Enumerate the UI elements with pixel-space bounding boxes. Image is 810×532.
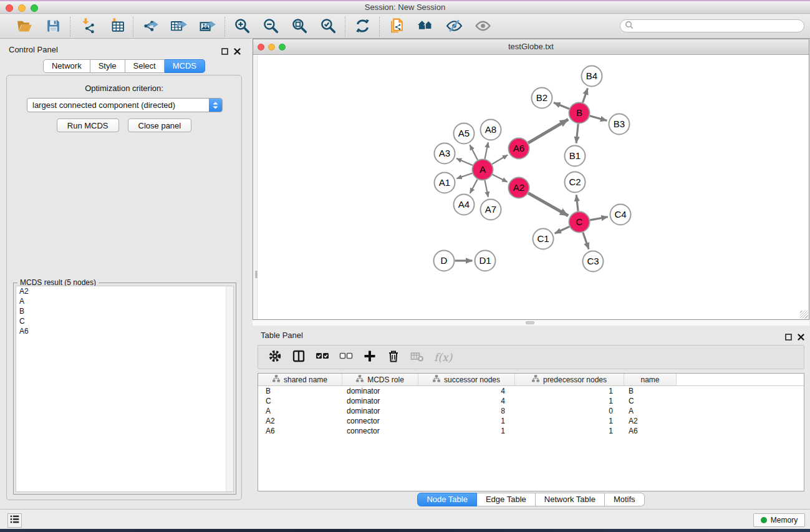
edge-A2-C[interactable] <box>528 193 568 216</box>
column-header-successor-nodes[interactable]: successor nodes <box>418 374 515 385</box>
network-canvas[interactable]: AA1A2A3A4A5A6A7A8BB1B2B3B4CC1C2C3C4DD1 <box>254 56 809 319</box>
edge-B-B1[interactable] <box>576 123 578 143</box>
save-session-button[interactable] <box>42 17 64 36</box>
graph-node-A2[interactable]: A2 <box>509 178 529 198</box>
search-input[interactable] <box>634 21 804 31</box>
divider-handle-icon[interactable] <box>526 321 534 324</box>
criterion-dropdown[interactable]: largest connected component (directed) <box>27 98 223 112</box>
export-table-button[interactable] <box>168 17 190 36</box>
zoom-fit-button[interactable] <box>289 17 310 36</box>
network-scrollbar-handle[interactable] <box>255 271 258 278</box>
result-list-item[interactable]: A2 <box>16 286 233 296</box>
column-header-shared-name[interactable]: shared name <box>258 374 342 385</box>
network-window-title-bar[interactable]: testGlobe.txt <box>253 39 809 55</box>
add-column-button[interactable] <box>363 349 377 365</box>
first-neighbors-button[interactable] <box>415 17 436 36</box>
graph-node-A7[interactable]: A7 <box>481 200 501 220</box>
search-box[interactable] <box>620 19 804 32</box>
graph-node-A[interactable]: A <box>473 160 493 180</box>
result-list-item[interactable]: C <box>16 316 233 326</box>
graph-node-A6[interactable]: A6 <box>509 138 529 159</box>
graph-node-D1[interactable]: D1 <box>475 251 496 271</box>
graph-node-C1[interactable]: C1 <box>533 229 554 249</box>
delete-column-button[interactable] <box>387 349 400 365</box>
minimize-window-button[interactable] <box>18 4 26 12</box>
result-list-item[interactable]: B <box>16 306 233 316</box>
task-history-button[interactable] <box>7 513 22 528</box>
open-session-button[interactable] <box>14 17 35 36</box>
edge-B-B4[interactable] <box>583 88 588 102</box>
tab-network-table[interactable]: Network Table <box>536 493 605 506</box>
edge-B-B3[interactable] <box>590 116 607 121</box>
table-settings-button[interactable] <box>268 349 282 365</box>
graph-node-B[interactable]: B <box>569 103 590 123</box>
tab-motifs[interactable]: Motifs <box>605 493 645 506</box>
import-table-button[interactable] <box>105 17 127 36</box>
edge-A-A8[interactable] <box>485 142 488 159</box>
float-table-panel-icon[interactable] <box>785 332 792 343</box>
close-panel-icon[interactable] <box>234 46 241 57</box>
column-header-predecessor-nodes[interactable]: predecessor nodes <box>515 374 624 385</box>
graph-node-A3[interactable]: A3 <box>435 143 455 164</box>
graph-node-D[interactable]: D <box>434 251 455 271</box>
edge-A-A2[interactable] <box>493 175 508 182</box>
tab-edge-table[interactable]: Edge Table <box>477 493 536 506</box>
table-row[interactable]: Adominator80A <box>258 406 804 416</box>
network-vertical-scrollbar[interactable] <box>254 56 258 319</box>
graph-node-A4[interactable]: A4 <box>454 195 475 215</box>
import-network-button[interactable] <box>77 17 98 36</box>
close-table-panel-icon[interactable] <box>798 332 804 343</box>
column-header-MCDS-role[interactable]: MCDS role <box>342 374 418 385</box>
network-minimize-button[interactable] <box>268 44 275 51</box>
edge-A-A1[interactable] <box>456 173 472 179</box>
result-list-item[interactable]: A6 <box>16 326 233 336</box>
edge-A-A3[interactable] <box>456 158 473 165</box>
graph-node-B3[interactable]: B3 <box>609 114 630 135</box>
refresh-layout-button[interactable] <box>352 17 373 36</box>
table-row[interactable]: A2connector11A2 <box>258 416 804 426</box>
graph-node-C3[interactable]: C3 <box>583 251 604 272</box>
list-scrollbar[interactable] <box>226 286 233 491</box>
new-network-from-selection-button[interactable] <box>386 17 407 36</box>
graph-node-A1[interactable]: A1 <box>435 173 455 193</box>
network-maximize-button[interactable] <box>279 44 286 51</box>
column-header-name[interactable]: name <box>624 374 677 385</box>
zoom-out-button[interactable] <box>260 17 281 36</box>
edge-A-A4[interactable] <box>470 179 478 193</box>
graph-node-A8[interactable]: A8 <box>481 120 501 140</box>
float-panel-icon[interactable] <box>221 46 228 57</box>
result-list-item[interactable]: A <box>16 296 233 306</box>
show-all-button[interactable] <box>472 17 493 36</box>
edge-A-A6[interactable] <box>492 155 508 164</box>
maximize-window-button[interactable] <box>31 4 38 12</box>
split-pane-divider[interactable] <box>253 320 809 326</box>
edge-B-B2[interactable] <box>554 103 569 109</box>
graph-node-B4[interactable]: B4 <box>582 66 602 87</box>
deselect-all-rows-button[interactable] <box>339 349 353 365</box>
network-close-button[interactable] <box>258 44 264 51</box>
edge-C-C1[interactable] <box>555 226 570 233</box>
edge-C-C3[interactable] <box>583 233 589 249</box>
zoom-selected-button[interactable] <box>317 17 339 36</box>
select-all-rows-button[interactable] <box>316 349 329 365</box>
edge-A-A5[interactable] <box>470 145 478 160</box>
edge-A-A7[interactable] <box>485 180 488 197</box>
tab-select[interactable]: Select <box>125 59 165 73</box>
hide-selected-button[interactable] <box>443 17 465 36</box>
table-row[interactable]: A6connector11A6 <box>258 426 804 436</box>
tab-style[interactable]: Style <box>90 59 125 73</box>
tab-mcds[interactable]: MCDS <box>165 59 205 73</box>
edge-C-C4[interactable] <box>590 217 608 220</box>
run-mcds-button[interactable]: Run MCDS <box>57 118 119 132</box>
table-row[interactable]: Bdominator41B <box>258 386 804 396</box>
close-window-button[interactable] <box>6 4 13 12</box>
tab-network[interactable]: Network <box>43 59 90 73</box>
graph-node-C2[interactable]: C2 <box>565 172 586 193</box>
graph-node-C[interactable]: C <box>569 212 590 233</box>
window-resize-grip[interactable] <box>800 311 808 319</box>
table-row[interactable]: Cdominator41C <box>258 396 804 406</box>
graph-node-A5[interactable]: A5 <box>454 123 475 144</box>
tab-node-table[interactable]: Node Table <box>417 493 477 506</box>
show-columns-button[interactable] <box>292 349 306 365</box>
graph-node-B2[interactable]: B2 <box>532 88 552 109</box>
